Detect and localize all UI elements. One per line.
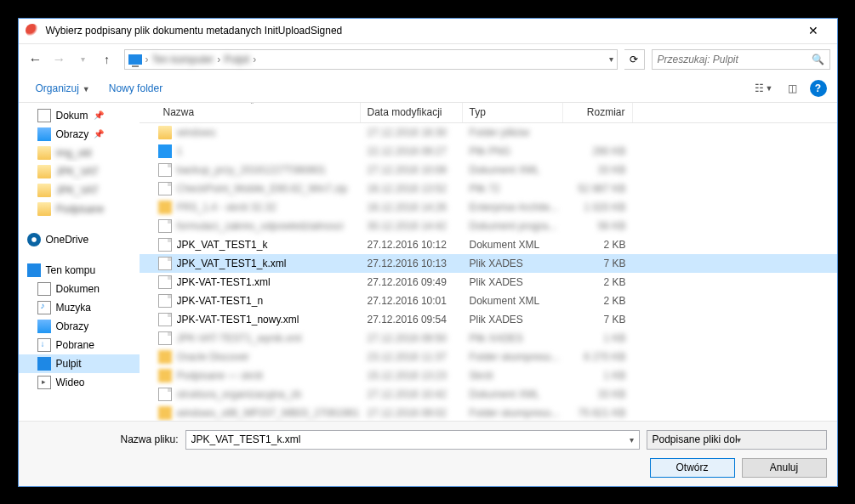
sidebar-item-onedrive[interactable]: OneDrive (19, 230, 140, 249)
file-date: 27.12.2016 10:08 (361, 164, 463, 176)
pc-icon (128, 54, 142, 65)
navigation-sidebar: Dokum📌Obrazy📌img_oldJPK_VATJPK_VATPodpis… (19, 103, 140, 421)
file-list: ˄ Nazwa Data modyfikacji Typ Rozmiar win… (140, 103, 837, 421)
file-icon (158, 331, 172, 345)
cancel-button[interactable]: Anuluj (742, 458, 827, 478)
help-button[interactable]: ? (810, 80, 827, 97)
sidebar-item[interactable]: Pobrane (19, 336, 140, 354)
file-row[interactable]: JPK-VAT-TEST1_n27.12.2016 10:01Dokument … (140, 292, 837, 310)
file-row[interactable]: 122.12.2016 09:27Plik PNG290 KB (140, 142, 837, 161)
file-open-dialog: Wybierz podpisany plik dokumentu metadan… (18, 18, 838, 487)
file-type: Dokument XML (463, 295, 563, 307)
file-row[interactable]: CheckPoint_Mobile_E80.62_Win7.zip16.12.2… (140, 179, 837, 198)
pin-icon: 📌 (94, 129, 102, 139)
file-icon (158, 275, 172, 289)
sidebar-item[interactable]: Obrazy📌 (19, 125, 140, 144)
chevron-down-icon[interactable]: ▾ (630, 435, 634, 445)
sidebar-item[interactable]: img_old (19, 144, 140, 162)
file-row[interactable]: JPK_VAT_TEST1_k27.12.2016 10:12Dokument … (140, 235, 837, 254)
filename-label: Nazwa pliku: (29, 433, 179, 445)
sidebar-item-label: OneDrive (46, 234, 89, 246)
breadcrumb-pulpit[interactable]: Pulpit (224, 54, 249, 65)
filetype-filter[interactable]: Podpisane pliki dokumentu me ▾ (647, 430, 827, 450)
file-size: 2 KB (563, 276, 633, 288)
body: Dokum📌Obrazy📌img_oldJPK_VATJPK_VATPodpis… (19, 103, 837, 421)
file-date: 30.12.2016 14:42 (361, 220, 463, 232)
file-row[interactable]: JPK-VAT-TEST1_wynik.xml27.12.2016 09:50P… (140, 329, 837, 348)
file-row[interactable]: Oracle Discover23.12.2016 11:37Folder sk… (140, 348, 837, 366)
file-date: 27.12.2016 10:13 (361, 258, 463, 269)
sidebar-item[interactable]: JPK_VAT (19, 162, 140, 181)
address-dropdown-icon[interactable]: ▾ (609, 54, 613, 64)
organize-label: Organizuj (36, 82, 79, 94)
open-button[interactable]: Otwórz (650, 458, 735, 478)
file-date: 27.12.2016 16:30 (361, 127, 463, 139)
file-name: windows_x86_MP207_MB03_27061981 (177, 407, 361, 419)
file-size: 56 KB (563, 220, 633, 232)
file-size: 2 KB (563, 239, 633, 251)
sidebar-item-label: Dokumen (56, 283, 100, 295)
file-row[interactable]: FRS_1.4 - skrót 32.3216.12.2016 14:26Ent… (140, 198, 837, 217)
file-icon (158, 369, 172, 382)
file-name: formularz_zakres_odpowiedzialnosci (177, 220, 361, 232)
file-row[interactable]: struktura_organizacyjna_zb27.12.2016 10:… (140, 385, 837, 404)
preview-pane-button[interactable]: ◫ (781, 78, 805, 99)
recent-dropdown[interactable]: ▾ (73, 49, 94, 70)
file-icon (158, 219, 172, 233)
search-input[interactable] (658, 54, 812, 65)
file-row[interactable]: Podpisane — skrót15.12.2016 13:23Skrót1 … (140, 366, 837, 385)
sidebar-item[interactable]: Podpisane (19, 200, 140, 218)
refresh-button[interactable]: ⟳ (624, 49, 645, 70)
search-icon[interactable]: 🔍 (812, 54, 824, 65)
back-button[interactable]: ← (26, 49, 46, 70)
sidebar-item[interactable]: Dokumen (19, 280, 140, 298)
sidebar-item-label: img_old (56, 147, 92, 159)
organize-menu[interactable]: Organizuj▼ (29, 79, 97, 98)
breadcrumb-thispc[interactable]: Ten komputer (152, 54, 214, 65)
column-size[interactable]: Rozmiar (563, 103, 633, 122)
file-icon (158, 144, 172, 158)
column-type[interactable]: Typ (463, 103, 563, 122)
forward-button[interactable]: → (49, 49, 70, 70)
pin-icon: 📌 (94, 110, 102, 120)
sidebar-item[interactable]: Obrazy (19, 317, 140, 336)
up-button[interactable]: ↑ (97, 49, 117, 70)
sidebar-item-label: Muzyka (56, 302, 91, 314)
file-list-body[interactable]: windows27.12.2016 16:30Folder plików122.… (140, 123, 837, 421)
file-row[interactable]: JPK-VAT-TEST1.xml27.12.2016 09:49Plik XA… (140, 273, 837, 292)
file-row[interactable]: formularz_zakres_odpowiedzialnosci30.12.… (140, 217, 837, 235)
view-options-button[interactable]: ☷▼ (752, 78, 776, 99)
file-date: 23.12.2016 11:37 (361, 351, 463, 363)
new-folder-button[interactable]: Nowy folder (102, 79, 169, 98)
chevron-right-icon: › (253, 54, 256, 65)
file-size: 290 KB (563, 145, 633, 157)
close-button[interactable]: ✕ (796, 18, 830, 43)
sidebar-item[interactable]: Pulpit (19, 354, 140, 373)
address-bar[interactable]: › Ten komputer › Pulpit › ▾ (124, 49, 618, 70)
sidebar-item[interactable]: Muzyka (19, 298, 140, 317)
sidebar-item[interactable]: Dokum📌 (19, 106, 140, 125)
file-row[interactable]: JPK-VAT-TEST1_nowy.xml27.12.2016 09:54Pl… (140, 310, 837, 329)
file-row[interactable]: backup_przy_20161227T08080127.12.2016 10… (140, 161, 837, 179)
sidebar-item[interactable]: Wideo (19, 373, 140, 392)
pc-icon (27, 263, 41, 277)
file-type: Plik XADES (463, 314, 563, 326)
sidebar-item-label: Pobrane (56, 339, 94, 351)
filename-input[interactable] (191, 433, 630, 445)
filename-combobox[interactable]: ▾ (185, 430, 640, 450)
search-box[interactable]: 🔍 (652, 49, 830, 70)
file-row[interactable]: JPK_VAT_TEST1_k.xml27.12.2016 10:13Plik … (140, 254, 837, 273)
file-row[interactable]: windows27.12.2016 16:30Folder plików (140, 123, 837, 142)
column-date[interactable]: Data modyfikacji (361, 103, 463, 122)
file-size: 33 KB (563, 388, 633, 400)
sidebar-item[interactable]: JPK_VAT (19, 181, 140, 200)
file-icon (158, 257, 172, 270)
file-row[interactable]: windows_x86_MP207_MB03_2706198127.12.201… (140, 404, 837, 421)
app-icon (26, 24, 39, 37)
sidebar-item-label: Dokum (56, 110, 88, 122)
sidebar-item-label: Obrazy (56, 128, 89, 140)
file-name: backup_przy_20161227T080801 (177, 164, 361, 176)
sidebar-item-label: Pulpit (56, 358, 82, 370)
sidebar-item-thispc[interactable]: Ten kompu (19, 261, 140, 280)
file-type: Folder skompreso... (463, 407, 563, 419)
